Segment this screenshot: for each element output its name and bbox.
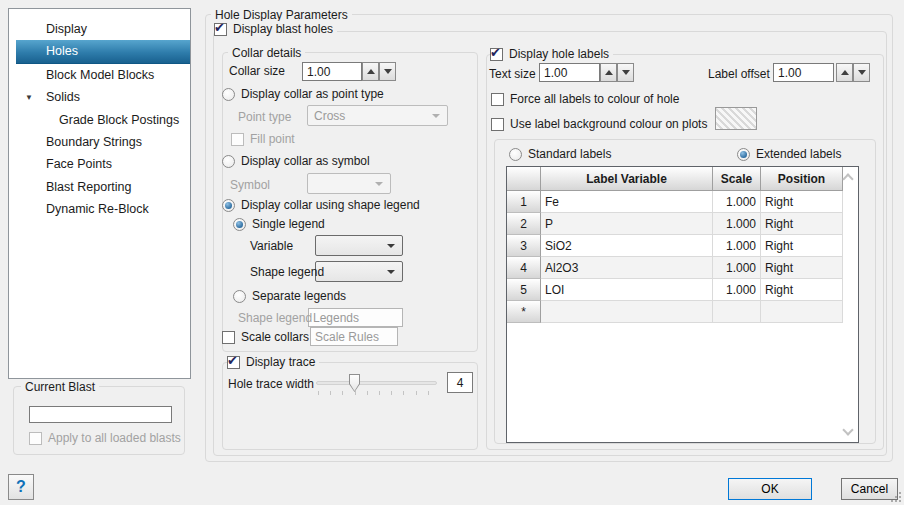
table-corner-header	[507, 167, 541, 191]
sidebar-item-grade-block-postings[interactable]: Grade Block Postings	[16, 109, 190, 131]
chevron-down-icon[interactable]: ▼	[25, 87, 33, 109]
standard-labels-radio[interactable]: Standard labels	[509, 146, 615, 162]
extended-labels-radio[interactable]: Extended labels	[737, 146, 845, 162]
label-background-colour-checkbox[interactable]: Use label background colour on plots	[491, 116, 707, 132]
force-labels-colour-checkbox[interactable]: Force all labels to colour of hole	[491, 91, 679, 107]
cell-scale[interactable]: 1.000	[713, 235, 761, 257]
display-blast-holes-checkbox[interactable]: Display blast holes	[214, 21, 337, 37]
display-settings-tree: Display Holes Block Model Blocks ▼Solids…	[8, 8, 191, 379]
collar-size-down-button[interactable]	[379, 62, 396, 81]
cell-position[interactable]: Right	[761, 235, 843, 257]
sidebar-item-label: Display	[46, 22, 87, 36]
sidebar-item-blast-reporting[interactable]: Blast Reporting	[16, 176, 190, 198]
display-hole-labels-label: Display hole labels	[509, 47, 609, 61]
row-header[interactable]: 5	[507, 279, 541, 301]
text-size-up-button[interactable]	[600, 63, 617, 82]
sidebar-item-holes[interactable]: Holes	[16, 40, 190, 63]
cell-label-variable[interactable]	[541, 301, 713, 323]
display-trace-checkbox[interactable]: Display trace	[227, 354, 319, 370]
sidebar-item-block-model-blocks[interactable]: Block Model Blocks	[16, 64, 190, 86]
single-legend-radio[interactable]: Single legend	[233, 216, 325, 232]
display-collar-shape-legend-radio[interactable]: Display collar using shape legend	[222, 197, 420, 213]
resize-grip[interactable]	[890, 491, 902, 503]
ok-button[interactable]: OK	[728, 478, 812, 500]
cell-label-variable[interactable]: Al2O3	[541, 257, 713, 279]
cell-scale[interactable]: 1.000	[713, 257, 761, 279]
radio-label: Extended labels	[756, 147, 841, 161]
sidebar-item-solids[interactable]: ▼Solids	[16, 86, 190, 108]
scale-collars-label: Scale collars	[241, 330, 309, 344]
trace-width-value-input[interactable]	[447, 372, 473, 393]
text-size-down-button[interactable]	[617, 63, 634, 82]
sidebar-item-label: Block Model Blocks	[46, 68, 154, 82]
sidebar-item-face-points[interactable]: Face Points	[16, 153, 190, 175]
scale-rules-input	[310, 327, 398, 346]
variable-select[interactable]	[315, 235, 403, 256]
label-offset-down-button[interactable]	[853, 63, 870, 82]
current-blast-input[interactable]	[29, 406, 172, 423]
scale-collars-checkbox[interactable]: Scale collars	[222, 329, 309, 345]
radio-label: Display collar as point type	[241, 87, 384, 101]
sidebar-item-label: Blast Reporting	[46, 180, 131, 194]
arrow-up-icon	[367, 69, 375, 74]
radio-icon	[222, 88, 235, 101]
display-hole-labels-checkbox[interactable]: Display hole labels	[490, 46, 613, 62]
cell-scale[interactable]: 1.000	[713, 213, 761, 235]
current-blast-group-title: Current Blast	[21, 380, 99, 394]
cell-position[interactable]: Right	[761, 213, 843, 235]
col-header-position[interactable]: Position	[761, 167, 843, 191]
display-blast-holes-label: Display blast holes	[233, 22, 333, 36]
col-header-label-variable[interactable]: Label Variable	[541, 167, 713, 191]
cell-position[interactable]: Right	[761, 257, 843, 279]
label-offset-up-button[interactable]	[836, 63, 853, 82]
row-header[interactable]: 3	[507, 235, 541, 257]
radio-label: Standard labels	[528, 147, 611, 161]
cell-label-variable[interactable]: LOI	[541, 279, 713, 301]
cell-label-variable[interactable]: P	[541, 213, 713, 235]
cell-scale[interactable]: 1.000	[713, 191, 761, 213]
cell-position[interactable]	[761, 301, 843, 323]
display-collar-symbol-radio[interactable]: Display collar as symbol	[222, 153, 370, 169]
arrow-up-icon	[605, 70, 613, 75]
shape-legend-select[interactable]	[315, 261, 403, 282]
label-offset-input[interactable]	[773, 63, 834, 82]
row-header[interactable]: 1	[507, 191, 541, 213]
text-size-input[interactable]	[539, 63, 600, 82]
collar-size-up-button[interactable]	[362, 62, 379, 81]
trace-width-slider-track[interactable]	[316, 381, 437, 385]
sidebar-item-dynamic-re-block[interactable]: Dynamic Re-Block	[16, 198, 190, 220]
cell-label-variable[interactable]: SiO2	[541, 235, 713, 257]
label-background-colour-swatch[interactable]	[715, 107, 757, 130]
cell-position[interactable]: Right	[761, 191, 843, 213]
cell-scale[interactable]	[713, 301, 761, 323]
page-title: Hole Display Parameters	[211, 8, 352, 22]
cell-label-variable[interactable]: Fe	[541, 191, 713, 213]
row-header-new[interactable]: *	[507, 301, 541, 323]
scroll-down-icon[interactable]	[842, 424, 853, 435]
help-button[interactable]: ?	[8, 474, 34, 500]
row-header[interactable]: 4	[507, 257, 541, 279]
sidebar-item-boundary-strings[interactable]: Boundary Strings	[16, 131, 190, 153]
radio-icon	[233, 218, 246, 231]
arrow-down-icon	[622, 70, 630, 75]
hole-trace-width-label: Hole trace width	[228, 377, 314, 391]
separate-legends-radio[interactable]: Separate legends	[233, 288, 346, 304]
sidebar-item-display[interactable]: Display	[16, 18, 190, 40]
point-type-label: Point type	[238, 110, 291, 124]
table-grid: Label Variable Scale Position 1 Fe 1.000…	[507, 167, 858, 323]
sidebar-item-label: Solids	[46, 90, 80, 104]
display-collar-point-type-radio[interactable]: Display collar as point type	[222, 86, 384, 102]
chevron-down-icon	[375, 182, 383, 186]
variable-label: Variable	[250, 239, 293, 253]
col-header-scale[interactable]: Scale	[713, 167, 761, 191]
slider-tick-marks	[318, 391, 438, 395]
arrow-down-icon	[858, 70, 866, 75]
symbol-select	[307, 173, 391, 194]
row-header[interactable]: 2	[507, 213, 541, 235]
cell-position[interactable]: Right	[761, 279, 843, 301]
sidebar-item-label: Boundary Strings	[46, 135, 142, 149]
cell-scale[interactable]: 1.000	[713, 279, 761, 301]
collar-size-input[interactable]	[302, 62, 362, 81]
arrow-down-icon	[384, 69, 392, 74]
help-icon: ?	[16, 478, 26, 496]
